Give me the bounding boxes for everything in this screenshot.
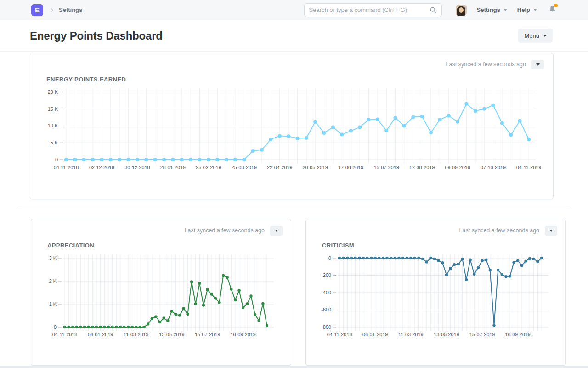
svg-text:-800: -800	[321, 324, 331, 330]
card-toolbar: Last synced a few seconds ago	[46, 59, 544, 70]
appreciation-chart: 01 K2 K3 K04-11-201806-01-201911-03-2019…	[47, 252, 283, 341]
appreciation-card: Last synced a few seconds ago APPRECIATI…	[31, 219, 291, 366]
criticism-card: Last synced a few seconds ago CRITICISM …	[305, 219, 566, 366]
svg-text:15-07-2019: 15-07-2019	[374, 165, 399, 170]
svg-text:16-09-2019: 16-09-2019	[505, 332, 531, 337]
energy-points-card: Last synced a few seconds ago ENERGY POI…	[30, 53, 554, 199]
card-menu-button[interactable]	[270, 226, 283, 236]
svg-text:0: 0	[54, 324, 57, 330]
svg-text:06-01-2019: 06-01-2019	[88, 332, 113, 337]
settings-dropdown[interactable]: Settings	[477, 6, 507, 13]
card-menu-button[interactable]	[545, 226, 557, 236]
chevron-down-icon	[275, 230, 278, 232]
app-logo[interactable]: E	[31, 4, 43, 16]
page-title: Energy Points Dashboard	[30, 29, 163, 42]
svg-text:04-11-2018: 04-11-2018	[54, 165, 79, 170]
menu-button[interactable]: Menu	[518, 29, 553, 43]
search-icon	[429, 6, 437, 14]
last-synced-text: Last synced a few seconds ago	[446, 61, 526, 68]
notifications-bell[interactable]	[548, 5, 557, 15]
svg-text:06-01-2019: 06-01-2019	[362, 332, 388, 337]
svg-text:16-09-2019: 16-09-2019	[231, 332, 256, 337]
chart-title: APPRECIATION	[47, 242, 283, 249]
svg-text:1 K: 1 K	[49, 301, 57, 307]
avatar[interactable]	[456, 5, 467, 16]
svg-text:2 K: 2 K	[49, 278, 57, 284]
svg-text:30-12-2018: 30-12-2018	[124, 165, 150, 170]
search-input[interactable]	[309, 6, 429, 13]
global-search[interactable]	[304, 3, 442, 17]
chevron-down-icon	[503, 9, 507, 11]
svg-text:20 K: 20 K	[48, 89, 58, 95]
svg-text:15-07-2019: 15-07-2019	[195, 332, 220, 337]
notification-indicator	[554, 4, 558, 7]
svg-text:15 K: 15 K	[48, 106, 58, 112]
chevron-down-icon	[536, 63, 540, 66]
help-dropdown[interactable]: Help	[517, 6, 537, 13]
help-dropdown-label: Help	[517, 6, 530, 13]
navbar-right: Settings Help	[456, 5, 557, 16]
chart-title: ENERGY POINTS EARNED	[46, 76, 544, 83]
svg-text:04-11-2019: 04-11-2019	[516, 165, 541, 170]
breadcrumb-chevron-icon	[49, 7, 55, 13]
svg-text:20-05-2019: 20-05-2019	[303, 165, 328, 170]
chevron-down-icon	[549, 230, 553, 232]
svg-text:25-03-2019: 25-03-2019	[232, 165, 257, 170]
settings-dropdown-label: Settings	[477, 6, 500, 13]
svg-text:04-11-2018: 04-11-2018	[327, 332, 352, 337]
svg-text:-400: -400	[321, 290, 331, 295]
svg-text:09-09-2019: 09-09-2019	[445, 165, 470, 170]
svg-text:0: 0	[328, 255, 331, 261]
svg-text:3 K: 3 K	[49, 255, 57, 261]
svg-text:12-08-2019: 12-08-2019	[409, 165, 435, 170]
card-toolbar: Last synced a few seconds ago	[47, 225, 283, 236]
svg-text:10 K: 10 K	[48, 123, 58, 128]
section-divider	[17, 207, 571, 207]
svg-text:15-07-2019: 15-07-2019	[469, 332, 495, 337]
criticism-chart: 0-200-400-600-80004-11-201806-01-201911-…	[322, 252, 557, 341]
svg-text:25-02-2019: 25-02-2019	[196, 165, 221, 170]
last-synced-text: Last synced a few seconds ago	[459, 227, 539, 234]
page-header: Energy Points Dashboard Menu	[0, 20, 588, 52]
card-menu-button[interactable]	[531, 60, 544, 69]
bottom-cards-row: Last synced a few seconds ago APPRECIATI…	[31, 219, 554, 366]
svg-text:17-06-2019: 17-06-2019	[338, 165, 363, 170]
svg-text:28-01-2019: 28-01-2019	[160, 165, 186, 170]
menu-button-label: Menu	[524, 32, 539, 39]
chevron-down-icon	[533, 9, 537, 11]
chevron-down-icon	[543, 34, 547, 37]
svg-text:13-05-2019: 13-05-2019	[434, 332, 459, 337]
navbar: E Settings Settings	[0, 0, 588, 20]
breadcrumb[interactable]: Settings	[59, 6, 82, 13]
svg-text:22-04-2019: 22-04-2019	[267, 165, 292, 170]
svg-text:11-03-2019: 11-03-2019	[124, 332, 148, 337]
svg-text:-200: -200	[321, 272, 331, 278]
svg-text:02-12-2018: 02-12-2018	[89, 165, 114, 170]
svg-text:07-10-2019: 07-10-2019	[481, 165, 506, 170]
svg-text:11-03-2019: 11-03-2019	[398, 332, 423, 337]
last-synced-text: Last synced a few seconds ago	[185, 227, 265, 234]
svg-text:0: 0	[55, 157, 58, 162]
card-toolbar: Last synced a few seconds ago	[322, 225, 557, 236]
svg-text:-600: -600	[321, 307, 331, 312]
svg-text:5 K: 5 K	[51, 140, 58, 145]
chart-title: CRITICISM	[322, 242, 557, 249]
svg-text:04-11-2018: 04-11-2018	[52, 332, 77, 337]
energy-points-earned-chart: 05 K10 K15 K20 K04-11-201802-12-201830-1…	[46, 86, 554, 174]
svg-text:13-05-2019: 13-05-2019	[159, 332, 184, 337]
app-window: E Settings Settings	[0, 0, 588, 366]
